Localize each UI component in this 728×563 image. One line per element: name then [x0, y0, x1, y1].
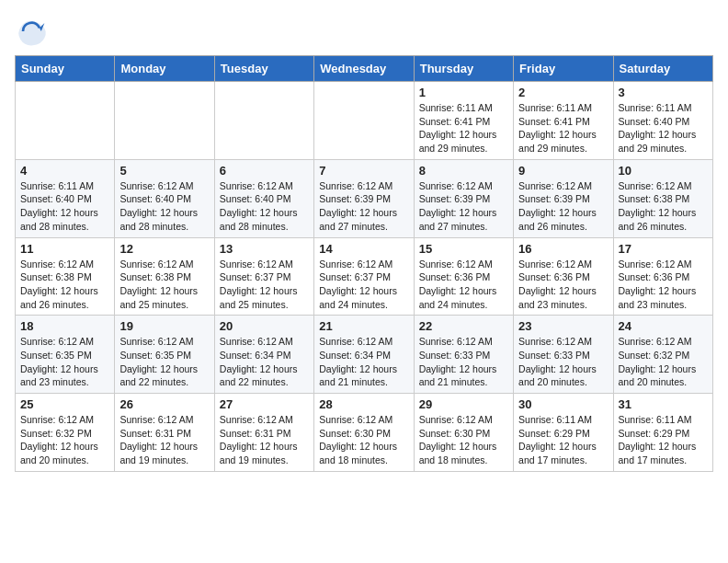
calendar-cell: 28Sunrise: 6:12 AM Sunset: 6:30 PM Dayli…: [314, 394, 414, 472]
calendar-cell: 11Sunrise: 6:12 AM Sunset: 6:38 PM Dayli…: [16, 237, 115, 316]
day-number: 28: [319, 397, 408, 411]
day-info: Sunrise: 6:12 AM Sunset: 6:30 PM Dayligh…: [319, 413, 408, 467]
day-info: Sunrise: 6:11 AM Sunset: 6:41 PM Dayligh…: [419, 101, 508, 155]
day-number: 3: [619, 86, 708, 99]
day-number: 10: [619, 164, 708, 178]
day-number: 9: [518, 164, 608, 178]
calendar-cell: 17Sunrise: 6:12 AM Sunset: 6:36 PM Dayli…: [613, 237, 712, 316]
calendar-cell: 14Sunrise: 6:12 AM Sunset: 6:37 PM Dayli…: [314, 237, 414, 316]
calendar-cell: 30Sunrise: 6:11 AM Sunset: 6:29 PM Dayli…: [514, 394, 613, 472]
day-info: Sunrise: 6:12 AM Sunset: 6:32 PM Dayligh…: [619, 335, 708, 389]
weekday-header: Monday: [115, 56, 214, 82]
day-info: Sunrise: 6:12 AM Sunset: 6:31 PM Dayligh…: [119, 413, 209, 467]
calendar-cell: 21Sunrise: 6:12 AM Sunset: 6:34 PM Dayli…: [314, 316, 414, 394]
day-number: 11: [20, 242, 109, 256]
day-number: 29: [419, 397, 508, 411]
day-info: Sunrise: 6:12 AM Sunset: 6:30 PM Dayligh…: [419, 413, 508, 467]
day-number: 19: [119, 319, 209, 333]
day-info: Sunrise: 6:12 AM Sunset: 6:33 PM Dayligh…: [518, 335, 608, 389]
calendar-cell: [314, 82, 414, 160]
day-info: Sunrise: 6:11 AM Sunset: 6:40 PM Dayligh…: [20, 179, 109, 234]
day-number: 26: [119, 397, 209, 411]
day-info: Sunrise: 6:12 AM Sunset: 6:37 PM Dayligh…: [220, 258, 309, 312]
day-info: Sunrise: 6:11 AM Sunset: 6:40 PM Dayligh…: [619, 101, 708, 155]
calendar-cell: 1Sunrise: 6:11 AM Sunset: 6:41 PM Daylig…: [414, 82, 513, 160]
calendar-cell: 4Sunrise: 6:11 AM Sunset: 6:40 PM Daylig…: [16, 159, 115, 237]
calendar-cell: [115, 82, 214, 160]
calendar-cell: 25Sunrise: 6:12 AM Sunset: 6:32 PM Dayli…: [16, 394, 115, 472]
day-number: 31: [619, 397, 708, 411]
calendar-cell: 16Sunrise: 6:12 AM Sunset: 6:36 PM Dayli…: [514, 237, 613, 316]
page-header: [15, 15, 713, 48]
day-number: 20: [220, 319, 309, 333]
calendar-cell: 3Sunrise: 6:11 AM Sunset: 6:40 PM Daylig…: [613, 82, 712, 160]
day-info: Sunrise: 6:11 AM Sunset: 6:41 PM Dayligh…: [518, 101, 608, 155]
calendar-cell: 31Sunrise: 6:11 AM Sunset: 6:29 PM Dayli…: [613, 394, 712, 472]
day-number: 2: [518, 86, 608, 99]
calendar-cell: 18Sunrise: 6:12 AM Sunset: 6:35 PM Dayli…: [16, 316, 115, 394]
calendar-cell: 20Sunrise: 6:12 AM Sunset: 6:34 PM Dayli…: [214, 316, 313, 394]
day-number: 15: [419, 242, 508, 256]
calendar-cell: 15Sunrise: 6:12 AM Sunset: 6:36 PM Dayli…: [414, 237, 513, 316]
calendar-cell: 22Sunrise: 6:12 AM Sunset: 6:33 PM Dayli…: [414, 316, 513, 394]
day-number: 18: [20, 319, 109, 333]
day-number: 4: [20, 164, 109, 178]
day-number: 17: [619, 242, 708, 256]
day-number: 23: [518, 319, 608, 333]
day-number: 21: [319, 319, 408, 333]
day-info: Sunrise: 6:12 AM Sunset: 6:34 PM Dayligh…: [319, 335, 408, 389]
day-info: Sunrise: 6:12 AM Sunset: 6:38 PM Dayligh…: [20, 258, 109, 312]
day-info: Sunrise: 6:12 AM Sunset: 6:38 PM Dayligh…: [119, 258, 209, 312]
calendar-cell: 7Sunrise: 6:12 AM Sunset: 6:39 PM Daylig…: [314, 159, 414, 237]
calendar-week: 1Sunrise: 6:11 AM Sunset: 6:41 PM Daylig…: [16, 82, 713, 160]
calendar-week: 4Sunrise: 6:11 AM Sunset: 6:40 PM Daylig…: [16, 159, 713, 237]
day-number: 14: [319, 242, 408, 256]
calendar-cell: 12Sunrise: 6:12 AM Sunset: 6:38 PM Dayli…: [115, 237, 214, 316]
day-number: 27: [220, 397, 309, 411]
calendar-cell: 27Sunrise: 6:12 AM Sunset: 6:31 PM Dayli…: [214, 394, 313, 472]
weekday-header: Friday: [514, 56, 613, 82]
day-info: Sunrise: 6:12 AM Sunset: 6:39 PM Dayligh…: [518, 179, 608, 234]
calendar-cell: 13Sunrise: 6:12 AM Sunset: 6:37 PM Dayli…: [214, 237, 313, 316]
calendar-cell: 9Sunrise: 6:12 AM Sunset: 6:39 PM Daylig…: [514, 159, 613, 237]
calendar-body: 1Sunrise: 6:11 AM Sunset: 6:41 PM Daylig…: [16, 82, 713, 472]
day-number: 6: [220, 164, 309, 178]
day-info: Sunrise: 6:12 AM Sunset: 6:34 PM Dayligh…: [220, 335, 309, 389]
weekday-header: Thursday: [414, 56, 513, 82]
day-number: 16: [518, 242, 608, 256]
day-number: 25: [20, 397, 109, 411]
day-info: Sunrise: 6:12 AM Sunset: 6:36 PM Dayligh…: [518, 258, 608, 312]
day-info: Sunrise: 6:12 AM Sunset: 6:32 PM Dayligh…: [20, 413, 109, 467]
day-number: 13: [220, 242, 309, 256]
calendar-cell: 19Sunrise: 6:12 AM Sunset: 6:35 PM Dayli…: [115, 316, 214, 394]
calendar-week: 25Sunrise: 6:12 AM Sunset: 6:32 PM Dayli…: [16, 394, 713, 472]
logo-icon: [15, 15, 48, 48]
calendar-cell: 5Sunrise: 6:12 AM Sunset: 6:40 PM Daylig…: [115, 159, 214, 237]
day-info: Sunrise: 6:12 AM Sunset: 6:39 PM Dayligh…: [319, 179, 408, 234]
day-info: Sunrise: 6:12 AM Sunset: 6:40 PM Dayligh…: [119, 179, 209, 234]
day-number: 30: [518, 397, 608, 411]
day-info: Sunrise: 6:12 AM Sunset: 6:38 PM Dayligh…: [619, 179, 708, 234]
day-number: 12: [119, 242, 209, 256]
calendar-table: SundayMondayTuesdayWednesdayThursdayFrid…: [15, 55, 713, 472]
calendar-cell: 26Sunrise: 6:12 AM Sunset: 6:31 PM Dayli…: [115, 394, 214, 472]
calendar-header: SundayMondayTuesdayWednesdayThursdayFrid…: [16, 56, 713, 82]
calendar-week: 18Sunrise: 6:12 AM Sunset: 6:35 PM Dayli…: [16, 316, 713, 394]
calendar-cell: 24Sunrise: 6:12 AM Sunset: 6:32 PM Dayli…: [613, 316, 712, 394]
weekday-header: Tuesday: [214, 56, 313, 82]
calendar-cell: [16, 82, 115, 160]
logo: [15, 15, 51, 48]
day-number: 1: [419, 86, 508, 99]
day-info: Sunrise: 6:12 AM Sunset: 6:40 PM Dayligh…: [220, 179, 309, 234]
day-info: Sunrise: 6:12 AM Sunset: 6:35 PM Dayligh…: [119, 335, 209, 389]
day-info: Sunrise: 6:12 AM Sunset: 6:33 PM Dayligh…: [419, 335, 508, 389]
calendar-cell: [214, 82, 313, 160]
day-info: Sunrise: 6:12 AM Sunset: 6:35 PM Dayligh…: [20, 335, 109, 389]
calendar-week: 11Sunrise: 6:12 AM Sunset: 6:38 PM Dayli…: [16, 237, 713, 316]
weekday-header: Sunday: [16, 56, 115, 82]
day-info: Sunrise: 6:11 AM Sunset: 6:29 PM Dayligh…: [619, 413, 708, 467]
day-number: 8: [419, 164, 508, 178]
day-number: 7: [319, 164, 408, 178]
day-number: 22: [419, 319, 508, 333]
day-info: Sunrise: 6:11 AM Sunset: 6:29 PM Dayligh…: [518, 413, 608, 467]
